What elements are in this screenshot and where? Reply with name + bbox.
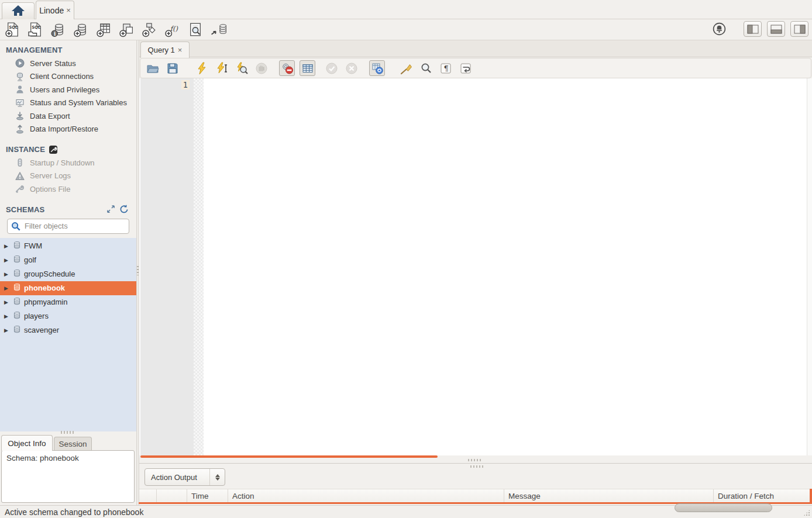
output-table-header: Time Action Message Duration / Fetch [139,489,812,502]
server-status-icon [15,58,25,68]
expander-icon[interactable]: ▶ [4,327,10,333]
schema-icon [13,283,21,293]
sidebar-item-users-privileges[interactable]: Users and Privileges [0,83,136,96]
output-vertical-scrollbar[interactable] [810,489,812,502]
column-time[interactable]: Time [187,489,228,502]
output-splitter[interactable] [139,463,812,464]
create-view-button[interactable] [118,21,135,39]
close-icon[interactable]: × [178,46,183,54]
sidebar-item-server-logs[interactable]: Server Logs [0,170,136,183]
line-number: 1 [181,80,190,89]
schema-inspector-button[interactable]: i [50,21,67,39]
reconnect-dbms-icon [210,22,226,37]
output-splitter-grip[interactable] [470,465,483,468]
wrap-text-button[interactable] [459,61,473,75]
expander-icon[interactable]: ▶ [4,243,10,249]
commit-button[interactable] [325,61,339,75]
close-icon[interactable]: × [66,6,71,15]
column-action[interactable]: Action [228,489,504,502]
expander-icon[interactable]: ▶ [4,299,10,305]
toggle-left-panel-button[interactable] [744,21,762,37]
sidebar: MANAGEMENT Server Status Client Connecti… [0,40,136,430]
create-table-icon [96,22,112,37]
stop-button[interactable] [254,61,269,75]
new-query-tab-button[interactable]: SQL [4,21,21,39]
connection-tab[interactable]: Linode × [36,1,74,19]
sidebar-item-data-export[interactable]: Data Export [0,109,136,123]
schema-row-scavenger[interactable]: ▶ scavenger [0,323,136,337]
output-horizontal-scrollbar[interactable] [675,503,772,512]
save-button[interactable] [166,61,180,75]
column-duration-fetch[interactable]: Duration / Fetch [714,489,812,502]
rollback-icon [345,62,358,75]
column-blank-1[interactable] [139,489,157,502]
schema-row-fwm[interactable]: ▶ FWM [0,239,136,253]
execute-current-button[interactable] [215,61,229,75]
sidebar-item-data-import[interactable]: Data Import/Restore [0,123,136,136]
output-splitter-grip[interactable] [468,459,481,461]
schema-row-groupschedule[interactable]: ▶ groupSchedule [0,267,136,281]
editor-horizontal-scrollbar[interactable] [140,455,438,458]
toggle-right-panel-button[interactable] [790,21,808,37]
expand-panel-icon[interactable] [106,205,115,215]
rollback-button[interactable] [345,61,359,75]
beautify-button[interactable] [399,61,413,75]
schema-row-phonebook[interactable]: ▶ phonebook [0,281,136,295]
find-button[interactable] [419,61,433,75]
toggle-bottom-panel-button[interactable] [767,21,785,37]
expander-icon[interactable]: ▶ [4,257,10,263]
autocommit-toggle[interactable] [369,60,385,76]
create-function-icon: f() [164,22,181,37]
output-view-selector[interactable]: Action Output [144,468,225,486]
editor-vertical-scrollbar[interactable] [807,78,812,455]
client-connections-icon [15,72,25,81]
sql-editor[interactable]: 1 [139,78,812,455]
sidebar-item-startup-shutdown[interactable]: Startup / Shutdown [0,156,136,170]
column-blank-2[interactable] [157,489,187,502]
schema-filter[interactable] [7,219,129,234]
mysql-workbench-window: Linode × SQL SQL [0,0,812,518]
create-function-button[interactable]: f() [164,21,181,39]
schema-row-players[interactable]: ▶ players [0,309,136,323]
main-toolbar-right [712,21,808,37]
explain-icon [235,62,248,75]
open-sql-script-button[interactable]: SQL [27,21,44,39]
sidebar-item-server-status[interactable]: Server Status [0,57,136,70]
tab-object-info[interactable]: Object Info [1,435,53,451]
search-data-button[interactable] [187,21,204,39]
sidebar-item-options-file[interactable]: Options File [0,182,136,196]
data-export-icon [15,111,25,120]
connection-tab-label: Linode [39,6,64,15]
schema-row-golf[interactable]: ▶ golf [0,253,136,267]
expander-icon[interactable]: ▶ [4,313,10,319]
notifications-icon [712,22,727,36]
execute-button[interactable] [195,61,209,75]
schema-filter-input[interactable] [23,221,129,231]
tab-query-1[interactable]: Query 1 × [140,42,190,58]
status-message: Active schema changed to phonebook [5,507,143,517]
editor-fold-margin [194,78,204,455]
create-procedure-button[interactable] [141,21,158,39]
home-tab[interactable] [2,2,35,19]
stop-on-error-toggle[interactable] [279,60,295,76]
users-icon [15,85,25,94]
schema-row-phpmyadmin[interactable]: ▶ phpmyadmin [0,295,136,309]
open-file-button[interactable] [146,61,160,75]
limit-rows-button[interactable] [300,60,315,76]
reconnect-dbms-button[interactable] [209,21,226,39]
notifications-button[interactable] [712,22,727,36]
expander-icon[interactable]: ▶ [4,285,10,291]
create-schema-button[interactable] [73,21,90,39]
sidebar-splitter-grip-dots [137,266,139,275]
column-message[interactable]: Message [504,489,714,502]
main-toolbar: SQL SQL i [0,19,812,40]
refresh-icon[interactable] [120,205,129,215]
sidebar-splitter-grip[interactable] [61,431,75,434]
explain-button[interactable] [235,61,249,75]
sidebar-item-system-variables[interactable]: Status and System Variables [0,96,136,110]
create-table-button[interactable] [95,21,112,39]
expander-icon[interactable]: ▶ [4,271,10,277]
sidebar-item-client-connections[interactable]: Client Connections [0,70,136,84]
tab-session[interactable]: Session [54,437,92,451]
show-invisibles-button[interactable]: ¶ [439,61,453,75]
